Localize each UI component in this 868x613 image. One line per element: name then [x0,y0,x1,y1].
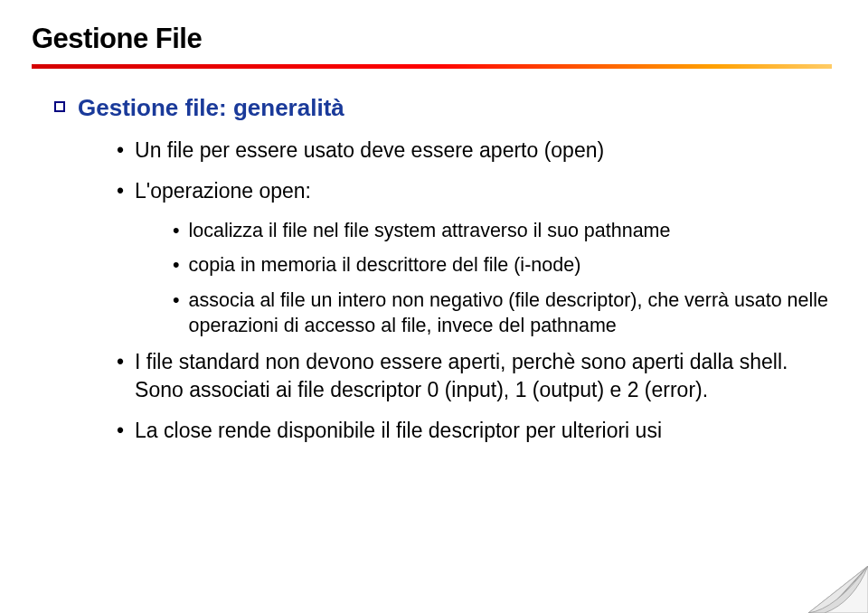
bullet-dot-icon: • [173,252,180,278]
list-item: • I file standard non devono essere aper… [117,348,836,404]
list-item: • Un file per essere usato deve essere a… [117,137,836,165]
nested-bullet-list: • localizza il file nel file system attr… [173,218,836,339]
bullet-dot-icon: • [117,137,124,165]
slide-container: Gestione File Gestione file: generalità … [0,0,868,613]
bullet-list: • Un file per essere usato deve essere a… [117,137,836,205]
list-item: • localizza il file nel file system attr… [173,218,836,243]
item-text: La close rende disponibile il file descr… [135,417,662,445]
bullet-dot-icon: • [117,417,124,445]
item-text: Un file per essere usato deve essere ape… [135,137,604,165]
bullet-heading: Gestione file: generalità [54,94,836,122]
list-item: • associa al file un intero non negativo… [173,288,836,339]
bullet-dot-icon: • [173,218,180,243]
item-text: I file standard non devono essere aperti… [135,348,836,404]
page-curl-icon [808,566,868,613]
subitem-text: associa al file un intero non negativo (… [189,288,836,339]
title-underline [32,64,832,69]
item-text: L'operazione open: [135,177,311,205]
list-item: • L'operazione open: [117,177,836,205]
bullet-dot-icon: • [173,288,180,313]
bullet-dot-icon: • [117,177,124,205]
bullet-dot-icon: • [117,348,124,376]
section-heading: Gestione file: generalità [78,94,344,122]
slide-title: Gestione File [32,23,836,55]
bullet-list-continued: • I file standard non devono essere aper… [117,348,836,445]
square-bullet-icon [54,101,65,112]
list-item: • La close rende disponibile il file des… [117,417,836,445]
list-item: • copia in memoria il descrittore del fi… [173,252,836,278]
subitem-text: copia in memoria il descrittore del file… [189,252,581,278]
subitem-text: localizza il file nel file system attrav… [189,218,671,243]
